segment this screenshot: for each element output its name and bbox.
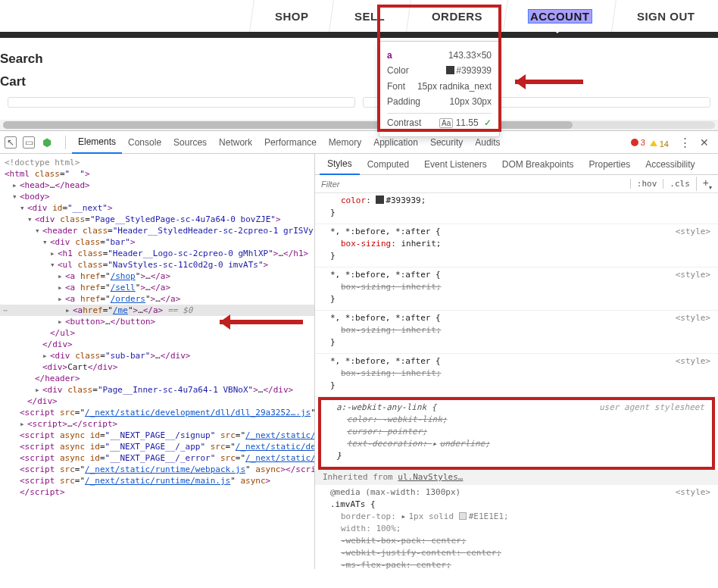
dom-cart[interactable]: <div>Cart</div>: [42, 361, 314, 373]
error-count[interactable]: 3: [631, 138, 645, 147]
style-rule[interactable]: <style> *, *:before, *:after { box-sizin…: [315, 311, 718, 354]
tab-sources[interactable]: Sources: [167, 131, 213, 154]
tooltip-contrast-label: Contrast: [387, 115, 421, 130]
rule-origin[interactable]: <style>: [676, 486, 710, 499]
rule-origin[interactable]: <style>: [676, 226, 710, 238]
tooltip-contrast-value: Aa 11.55 ✓: [439, 115, 492, 130]
nav-orders[interactable]: ORDERS: [406, 0, 507, 32]
dom-html[interactable]: <html class=" ">: [5, 168, 314, 180]
dom-div-close[interactable]: </div>: [27, 396, 314, 407]
tooltip-color-label: Color: [387, 63, 409, 78]
dom-script-app[interactable]: <script async id="__NEXT_PAGE__/_app" sr…: [20, 441, 314, 452]
dom-script-signup[interactable]: <script async id="__NEXT_PAGE__/signup" …: [20, 430, 314, 441]
dom-h1[interactable]: <h1 class="Header__Logo-sc-2cpreo-0 gMhl…: [50, 248, 314, 259]
rule-origin[interactable]: <style>: [676, 312, 710, 324]
annotation-arrow-dom: [220, 314, 303, 330]
dom-inner[interactable]: <div class="Page__Inner-sc-4u7a64-1 VBNo…: [35, 384, 314, 396]
dom-head[interactable]: <head>…</head>: [12, 180, 314, 191]
style-rule[interactable]: <style> @media (max-width: 1300px) .imvA…: [315, 485, 718, 569]
tab-elements[interactable]: Elements: [72, 131, 122, 154]
tooltip-font-value: 15px radnika_next: [417, 79, 492, 94]
inspect-icon[interactable]: ↖: [5, 136, 17, 149]
subtab-event-listeners[interactable]: Event Listeners: [417, 154, 495, 175]
content-card: [8, 97, 355, 108]
dom-subbar[interactable]: <div class="sub-bar">…</div>: [42, 350, 314, 361]
style-rule[interactable]: <style> *, *:before, *:after { box-sizin…: [315, 267, 718, 311]
devtools-toolbar: ↖ ▭ ⬢ Elements Console Sources Network P…: [0, 131, 718, 154]
color-swatch-icon: [459, 512, 467, 520]
search-heading: Search: [0, 52, 718, 67]
dom-header[interactable]: <header class="Header__StyledHeader-sc-2…: [35, 225, 314, 236]
dom-bar[interactable]: <div class="bar">: [42, 236, 314, 248]
styles-subtabs: Styles Computed Event Listeners DOM Brea…: [315, 154, 718, 175]
horizontal-scrollbar[interactable]: [0, 120, 718, 130]
cls-toggle[interactable]: .cls: [663, 179, 696, 189]
color-swatch-icon: [446, 66, 454, 74]
styles-filter-input[interactable]: [315, 175, 630, 192]
subtab-computed[interactable]: Computed: [360, 154, 417, 175]
dom-header-close[interactable]: </header>: [35, 373, 314, 384]
dom-script-err[interactable]: <script async id="__NEXT_PAGE__/_error" …: [20, 452, 314, 464]
rule-origin[interactable]: <style>: [676, 355, 710, 368]
kebab-menu-icon[interactable]: ⋮: [675, 136, 695, 149]
warning-count[interactable]: 14: [650, 136, 669, 149]
dom-styledpage[interactable]: <div class="Page__StyledPage-sc-4u7a64-0…: [27, 214, 314, 225]
dom-ul[interactable]: <ul class="NavStyles-sc-11c0d2g-0 imvATs…: [50, 259, 314, 271]
close-icon[interactable]: ✕: [695, 136, 713, 149]
tab-network[interactable]: Network: [213, 131, 258, 154]
dom-script-main[interactable]: <script src="/_next/static/runtime/main.…: [20, 475, 314, 486]
dom-tree-pane[interactable]: <!doctype html> <html class=" "> <head>……: [0, 154, 315, 569]
dom-script-dll[interactable]: <script src="/_next/static/development/d…: [20, 407, 314, 418]
dom-body[interactable]: <body>: [12, 191, 314, 202]
node-icon[interactable]: ⬢: [41, 136, 53, 149]
new-rule-icon[interactable]: +▾: [696, 177, 718, 191]
dom-script-close[interactable]: </script>: [20, 486, 314, 498]
tooltip-padding-value: 10px 30px: [450, 94, 492, 109]
subtab-accessibility[interactable]: Accessibility: [638, 154, 702, 175]
dom-div-close[interactable]: </div>: [42, 339, 314, 350]
tab-performance[interactable]: Performance: [258, 131, 323, 154]
inherited-from-link[interactable]: ul.NavStyles…: [398, 472, 463, 482]
styles-filter-row: :hov .cls +▾: [315, 175, 718, 193]
tooltip-padding-label: Padding: [387, 94, 420, 109]
annotation-arrow-tooltip: [515, 74, 583, 89]
device-toggle-icon[interactable]: ▭: [23, 136, 35, 149]
dom-script[interactable]: <script>…</script>: [20, 418, 314, 430]
dom-a-orders[interactable]: <a href="/orders">…</a>: [58, 293, 314, 305]
dom-script-webpack[interactable]: <script src="/_next/static/runtime/webpa…: [20, 464, 314, 475]
rule-origin[interactable]: <style>: [676, 269, 710, 281]
dom-next[interactable]: <div id="__next">: [20, 202, 314, 214]
tooltip-font-label: Font: [387, 79, 405, 94]
subtab-dom-breakpoints[interactable]: DOM Breakpoints: [495, 154, 582, 175]
inherited-header: Inherited from ul.NavStyles…: [315, 470, 718, 485]
dom-a-shop[interactable]: <a href="/shop">…</a>: [58, 271, 314, 282]
styles-pane: Styles Computed Event Listeners DOM Brea…: [315, 154, 718, 569]
tooltip-color-value: #393939: [446, 63, 492, 78]
subtab-properties[interactable]: Properties: [581, 154, 638, 175]
hov-toggle[interactable]: :hov: [630, 179, 663, 189]
styles-rules[interactable]: color: #393939; } <style> *, *:before, *…: [315, 193, 718, 569]
tooltip-tag: a: [387, 48, 392, 63]
style-rule-ua[interactable]: user agent stylesheet a:-webkit-any-link…: [321, 400, 712, 467]
page-preview: SHOP SELL ORDERS ACCOUNT SIGN OUT a 143.…: [0, 0, 718, 130]
main-nav: SHOP SELL ORDERS ACCOUNT SIGN OUT: [0, 0, 718, 38]
subtab-styles[interactable]: Styles: [320, 154, 360, 175]
color-swatch-icon: [376, 195, 384, 204]
style-rule[interactable]: <style> *, *:before, *:after { box-sizin…: [315, 354, 718, 397]
check-icon: ✓: [484, 117, 492, 128]
annotation-box-ua-rule: user agent stylesheet a:-webkit-any-link…: [318, 397, 715, 470]
nav-account[interactable]: ACCOUNT: [503, 0, 616, 32]
contrast-aa-icon: Aa: [439, 118, 453, 128]
nav-signout[interactable]: SIGN OUT: [612, 0, 718, 32]
style-rule[interactable]: color: #393939; }: [315, 193, 718, 224]
dom-doctype[interactable]: <!doctype html>: [5, 157, 314, 168]
dom-a-sell[interactable]: <a href="/sell">…</a>: [58, 282, 314, 293]
gutter-dots-icon: ⋯: [0, 305, 11, 316]
nav-shop[interactable]: SHOP: [249, 0, 333, 32]
nav-sell[interactable]: SELL: [329, 0, 411, 32]
devtools-panel: ↖ ▭ ⬢ Elements Console Sources Network P…: [0, 130, 718, 569]
tab-console[interactable]: Console: [122, 131, 167, 154]
cart-heading: Cart: [0, 74, 718, 89]
tab-memory[interactable]: Memory: [323, 131, 367, 154]
style-rule[interactable]: <style> *, *:before, *:after { box-sizin…: [315, 224, 718, 267]
